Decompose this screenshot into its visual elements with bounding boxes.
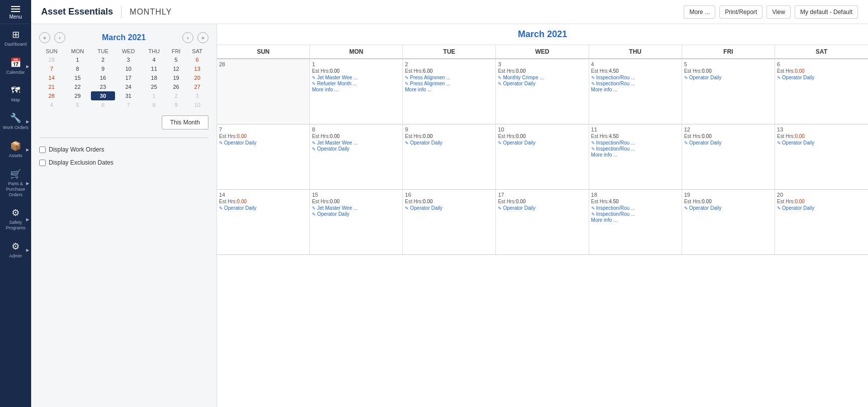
mini-cal-day[interactable]: 28 [39, 91, 64, 100]
calendar-event[interactable]: ✎Refueler Month ... [312, 81, 400, 86]
sidebar-item-safety-programs[interactable]: ⚙ SafetyPrograms ▶ [0, 202, 31, 236]
menu-button[interactable]: Menu [0, 0, 31, 24]
calendar-event[interactable]: ✎Operator Daily [312, 146, 400, 152]
mini-cal-day[interactable]: 24 [115, 82, 142, 91]
calendar-event[interactable]: ✎Press Alignmen ... [405, 75, 493, 80]
more-button[interactable]: More ... [684, 6, 715, 19]
calendar-event[interactable]: ✎Operator Daily [777, 140, 866, 146]
more-info-link[interactable]: More info ... [312, 87, 400, 92]
mini-cal-day[interactable]: 14 [39, 73, 64, 82]
mini-cal-day[interactable]: 12 [166, 64, 186, 73]
calendar-event[interactable]: ✎Operator Daily [777, 205, 866, 211]
mini-cal-day[interactable]: 20 [186, 73, 208, 82]
mini-cal-day[interactable]: 8 [142, 100, 166, 109]
mini-cal-day[interactable]: 3 [115, 55, 142, 64]
mini-cal-day[interactable]: 23 [91, 82, 115, 91]
mini-cal-day[interactable]: 2 [166, 91, 186, 100]
view-button[interactable]: View [767, 6, 791, 19]
calendar-event[interactable]: ✎Jet Master Wee ... [312, 205, 400, 211]
mini-cal-day[interactable]: 8 [64, 64, 91, 73]
mini-cal-day[interactable]: 4 [142, 55, 166, 64]
calendar-event[interactable]: ✎Jet Master Wee ... [312, 75, 400, 80]
calendar-event[interactable]: ✎Operator Daily [684, 140, 773, 146]
more-info-link[interactable]: More info ... [405, 87, 493, 92]
mini-cal-day[interactable]: 4 [39, 100, 64, 109]
more-info-link[interactable]: More info ... [591, 152, 680, 158]
sidebar-item-assets[interactable]: 📦 Assets ▶ [0, 135, 31, 164]
mini-cal-title: March 2021 [69, 33, 178, 42]
calendar-event[interactable]: ✎Operator Daily [777, 75, 866, 80]
sidebar-item-parts-purchase-orders[interactable]: 🛒 Parts &PurchaseOrders ▶ [0, 164, 31, 202]
sidebar-item-dashboard[interactable]: ⊞ Dashboard [0, 24, 31, 52]
calendar-event[interactable]: ✎Operator Daily [498, 205, 586, 211]
est-value: 6.00 [423, 68, 432, 74]
mini-cal-day[interactable]: 2 [91, 55, 115, 64]
mini-cal-prev-year[interactable]: « [39, 32, 50, 43]
mini-cal-next-year[interactable]: » [197, 32, 208, 43]
mini-cal-day[interactable]: 1 [64, 55, 91, 64]
day-number: 12 [684, 126, 773, 132]
mini-cal-day[interactable]: 18 [142, 73, 166, 82]
sidebar-item-work-orders[interactable]: 🔧 Work Orders ▶ [0, 107, 31, 135]
calendar-event[interactable]: ✎Press Alignmen ... [405, 81, 493, 86]
mini-cal-day[interactable]: 7 [39, 64, 64, 73]
mini-cal-day[interactable]: 30 [91, 91, 115, 100]
display-exclusion-dates-checkbox[interactable] [39, 160, 46, 166]
calendar-event[interactable]: ✎Monthly Crimpe ... [498, 75, 586, 80]
mini-cal-day[interactable]: 16 [91, 73, 115, 82]
calendar-event[interactable]: ✎Operator Daily [405, 205, 493, 211]
display-work-orders-checkbox[interactable] [39, 147, 46, 153]
mini-cal-day[interactable]: 31 [115, 91, 142, 100]
calendar-event[interactable]: ✎Operator Daily [219, 140, 307, 146]
mini-cal-day[interactable]: 7 [115, 100, 142, 109]
mini-cal-next-month[interactable]: › [182, 32, 193, 43]
sidebar-item-admin[interactable]: ⚙ Admin ▶ [0, 236, 31, 264]
mini-cal-day[interactable]: 19 [166, 73, 186, 82]
mini-cal-day[interactable]: 22 [64, 82, 91, 91]
mini-cal-day[interactable]: 15 [64, 73, 91, 82]
calendar-event[interactable]: ✎Operator Daily [405, 140, 493, 146]
mini-cal-day[interactable]: 6 [91, 100, 115, 109]
calendar-event[interactable]: ✎Inspection/Rou ... [591, 75, 680, 80]
calendar-event[interactable]: ✎Inspection/Rou ... [591, 140, 680, 146]
mini-cal-day[interactable]: 25 [142, 82, 166, 91]
calendar-event[interactable]: ✎Operator Daily [684, 205, 773, 211]
mini-cal-day[interactable]: 28 [39, 55, 64, 64]
calendar-event[interactable]: ✎Operator Daily [312, 211, 400, 217]
left-panel: « ‹ March 2021 › » SUN MON TUE WED THU [31, 24, 217, 407]
mini-cal-day[interactable]: 9 [166, 100, 186, 109]
mini-cal-day[interactable]: 1 [142, 91, 166, 100]
print-report-button[interactable]: Print/Report [719, 6, 763, 19]
mini-cal-day[interactable]: 5 [166, 55, 186, 64]
sidebar-item-map[interactable]: 🗺 Map [0, 80, 31, 108]
mini-cal-day[interactable]: 26 [166, 82, 186, 91]
calendar-event[interactable]: ✎Operator Daily [498, 140, 586, 146]
mini-cal-day[interactable]: 3 [186, 91, 208, 100]
mini-cal-day[interactable]: 29 [64, 91, 91, 100]
mini-cal-day[interactable]: 6 [186, 55, 208, 64]
more-info-link[interactable]: More info ... [591, 87, 680, 92]
mini-cal-prev-month[interactable]: ‹ [54, 32, 65, 43]
this-month-button[interactable]: This Month [162, 115, 208, 129]
mini-cal-day[interactable]: 10 [115, 64, 142, 73]
calendar-event[interactable]: ✎Inspection/Rou ... [591, 211, 680, 217]
mini-cal-day[interactable]: 17 [115, 73, 142, 82]
calendar-event[interactable]: ✎Operator Daily [498, 81, 586, 86]
mini-cal-day[interactable]: 13 [186, 64, 208, 73]
my-default-button[interactable]: My default - Default [795, 6, 858, 19]
calendar-event[interactable]: ✎Jet Master Wee ... [312, 140, 400, 146]
mini-cal-day[interactable]: 5 [64, 100, 91, 109]
calendar-event[interactable]: ✎Inspection/Rou ... [591, 81, 680, 86]
mini-cal-day[interactable]: 21 [39, 82, 64, 91]
mini-cal-day[interactable]: 27 [186, 82, 208, 91]
mini-cal-day[interactable]: 11 [142, 64, 166, 73]
mini-cal-day[interactable]: 9 [91, 64, 115, 73]
sidebar-item-calendar[interactable]: 📅 Calendar ▶ [0, 52, 31, 80]
mini-cal-day[interactable]: 10 [186, 100, 208, 109]
more-info-link[interactable]: More info ... [591, 217, 680, 223]
calendar-event[interactable]: ✎Inspection/Rou ... [591, 146, 680, 152]
calendar-event[interactable]: ✎Operator Daily [684, 75, 773, 80]
calendar-event[interactable]: ✎Operator Daily [219, 205, 307, 211]
calendar-event[interactable]: ✎Inspection/Rou ... [591, 205, 680, 211]
display-work-orders-label: Display Work Orders [49, 146, 104, 153]
